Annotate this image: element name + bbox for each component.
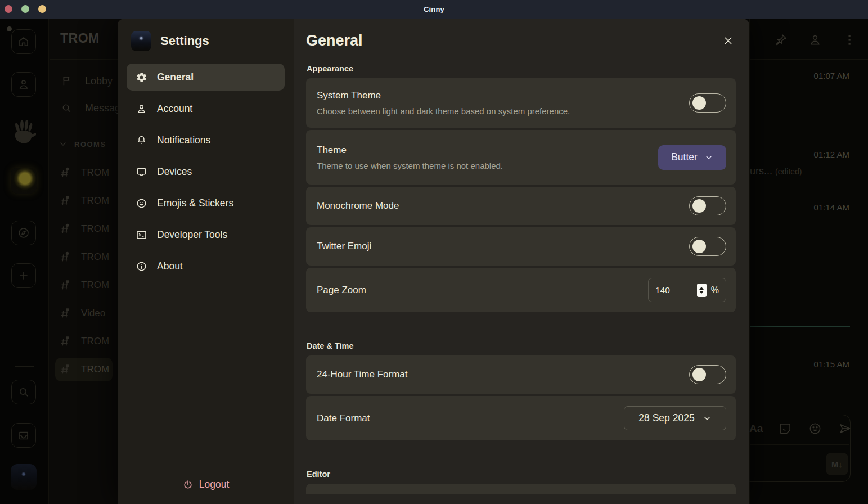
page-zoom-input[interactable]: 140 % [648, 278, 726, 302]
lobby-label: Lobby [85, 75, 113, 87]
setting-row-system-theme: System Theme Choose between light and da… [306, 78, 736, 128]
settings-title: Settings [160, 34, 209, 48]
24-hour-format-toggle[interactable] [689, 365, 726, 384]
room-name: TROM [81, 336, 109, 347]
room-row[interactable]: Video [59, 307, 105, 320]
setting-row-date-format: Date Format 28 Sep 2025 [306, 396, 736, 440]
hash-globe-icon [59, 166, 71, 179]
person-icon [17, 78, 30, 91]
message-timestamp: 01:14 AM [814, 202, 849, 212]
page-zoom-value: 140 [655, 285, 692, 295]
more-options-icon[interactable] [842, 33, 857, 47]
logout-button[interactable]: Logout [177, 474, 235, 495]
room-row[interactable]: TROM [59, 251, 109, 263]
percent-suffix: % [711, 285, 719, 295]
lobby-menu-item[interactable]: Lobby [60, 75, 113, 87]
user-avatar[interactable] [11, 464, 37, 490]
rooms-section-label: ROOMS [74, 140, 106, 148]
close-icon [722, 35, 734, 47]
hand-icon [12, 120, 36, 149]
text-format-button[interactable]: Aa [749, 422, 763, 435]
edited-message-fragment: urs... (edited) [750, 165, 802, 177]
edited-label: (edited) [775, 167, 802, 176]
close-settings-button[interactable] [720, 33, 736, 49]
nav-item-account[interactable]: Account [127, 95, 285, 122]
direct-messages-button[interactable] [11, 72, 36, 97]
divider [743, 444, 849, 445]
hash-lock-icon [59, 363, 71, 376]
room-row[interactable]: TROM [59, 223, 109, 235]
nav-item-developer-tools[interactable]: Developer Tools [127, 221, 285, 248]
minimize-window-button[interactable] [21, 5, 29, 13]
send-icon[interactable] [838, 421, 852, 436]
space-avatar-ball[interactable] [11, 168, 37, 194]
unread-divider [750, 326, 850, 327]
room-row[interactable]: TROM [59, 195, 109, 207]
sticker-icon[interactable] [778, 421, 793, 436]
hash-lock-icon [59, 307, 71, 320]
setting-row-monochrome-mode: Monochrome Mode [306, 187, 736, 225]
person-icon [136, 103, 147, 115]
home-button[interactable] [11, 29, 36, 54]
nav-item-emojis-stickers[interactable]: Emojis & Stickers [127, 190, 285, 217]
section-label-editor: Editor [307, 470, 736, 479]
add-space-button[interactable] [11, 263, 36, 288]
chevron-down-icon [59, 140, 68, 148]
row-title: Twitter Emoji [317, 241, 689, 252]
row-title: Date Format [317, 413, 624, 424]
markdown-toggle-button[interactable]: M↓ [826, 453, 848, 475]
window-title: Cinny [424, 5, 444, 14]
space-avatar-hand[interactable] [12, 120, 36, 151]
nav-item-devices[interactable]: Devices [127, 158, 285, 185]
pin-icon[interactable] [773, 33, 788, 47]
explore-button[interactable] [11, 220, 36, 245]
room-name: TROM [81, 223, 109, 235]
row-title: 24-Hour Time Format [317, 369, 689, 380]
system-theme-toggle[interactable] [689, 93, 726, 112]
bell-icon [136, 134, 147, 146]
date-format-select-button[interactable]: 28 Sep 2025 [624, 406, 726, 430]
nav-label: Account [157, 103, 192, 115]
number-spinner[interactable] [697, 284, 707, 297]
twitter-emoji-toggle[interactable] [689, 237, 726, 256]
toggle-knob [692, 96, 706, 110]
nav-item-notifications[interactable]: Notifications [127, 127, 285, 154]
row-title: Monochrome Mode [317, 200, 689, 212]
row-title: Page Zoom [317, 285, 648, 296]
close-window-button[interactable] [5, 5, 12, 13]
message-timestamp: 01:15 AM [814, 359, 849, 369]
rooms-section-header[interactable]: ROOMS [59, 140, 106, 148]
space-sidebar [0, 19, 49, 504]
nav-label: Notifications [157, 134, 210, 146]
monochrome-mode-toggle[interactable] [689, 196, 726, 215]
search-button[interactable] [11, 380, 36, 404]
emoji-icon[interactable] [808, 421, 822, 436]
nav-label: About [157, 260, 183, 272]
search-icon [60, 102, 73, 114]
nav-item-general[interactable]: General [127, 64, 285, 91]
divider [750, 59, 868, 60]
room-name: TROM [81, 195, 109, 206]
toggle-knob [692, 368, 706, 381]
power-icon [182, 479, 194, 490]
nav-label: Emojis & Stickers [157, 197, 233, 209]
page-title: General [306, 32, 363, 50]
hash-globe-icon [59, 223, 71, 235]
row-description: Choose between light and dark theme base… [317, 106, 689, 116]
nav-item-about[interactable]: About [127, 253, 285, 280]
room-row[interactable]: TROM [59, 279, 109, 291]
info-icon [136, 260, 147, 272]
zoom-window-button[interactable] [38, 5, 46, 13]
search-icon [17, 385, 30, 399]
theme-select-button[interactable]: Butter [658, 145, 726, 170]
room-name: Video [81, 308, 105, 319]
inbox-button[interactable] [11, 423, 36, 448]
members-icon[interactable] [808, 33, 822, 47]
inbox-icon [17, 429, 30, 442]
room-name: TROM [81, 167, 109, 178]
setting-row-partial [306, 484, 736, 494]
settings-header: Settings [127, 29, 285, 64]
room-row[interactable]: TROM [59, 166, 109, 179]
room-row[interactable]: TROM [59, 335, 109, 348]
room-row-selected[interactable]: TROM [55, 358, 113, 381]
